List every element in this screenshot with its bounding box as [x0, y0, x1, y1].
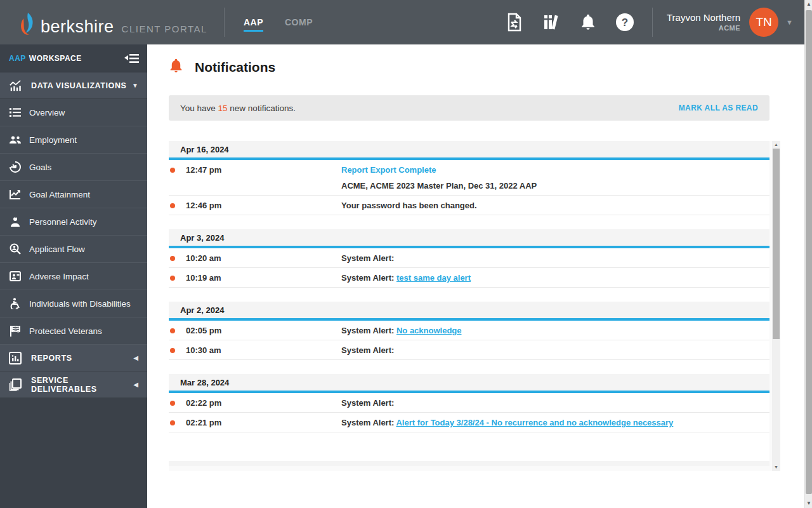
banner-text: You have 15 new notifications. [180, 104, 296, 113]
notification-row[interactable]: 12:46 pm Your password has been changed. [169, 196, 769, 215]
avatar[interactable]: TN [749, 8, 778, 37]
user-org: ACME [667, 23, 740, 33]
section-label: DATA VISUALIZATIONS [31, 81, 127, 90]
list-icon [9, 106, 22, 119]
user-name: Trayvon Northern [667, 11, 740, 23]
sidebar-item-label: Adverse Impact [29, 272, 89, 281]
notification-time: 10:19 am [175, 273, 341, 283]
unread-dot-icon [170, 348, 175, 353]
unread-dot-icon [170, 203, 175, 208]
notification-text: System Alert: [341, 398, 394, 408]
portal-label: CLIENT PORTAL [122, 23, 207, 34]
scroll-down-icon[interactable]: ▼ [805, 499, 812, 508]
chart-icon [9, 79, 22, 92]
notifications-bell-icon[interactable] [577, 11, 599, 33]
notification-time: 12:47 pm [175, 165, 341, 175]
portal-tabs: AAP COMP [244, 0, 313, 44]
scroll-up-icon[interactable]: ▲ [772, 141, 780, 149]
notification-content: Report Export Complete ACME, ACME 2023 M… [341, 165, 537, 190]
notifications-bell-title-icon [169, 57, 183, 77]
people-icon [9, 133, 22, 146]
sidebar-item-personnel-activity[interactable]: Personnel Activity [0, 208, 147, 236]
sidebar-section-service-deliverables[interactable]: SERVICE DELIVERABLES ◀ [0, 371, 147, 398]
page-scrollbar[interactable]: ▲ ▼ [804, 0, 812, 508]
scroll-down-icon[interactable]: ▼ [772, 464, 780, 471]
notification-text: System Alert: [341, 253, 394, 263]
sidebar-item-label: Goal Attainment [29, 190, 90, 199]
workspace-prefix: AAP [9, 54, 26, 63]
notification-row[interactable]: 10:19 am System Alert: test same day ale… [169, 268, 769, 288]
notification-time: 10:20 am [175, 253, 341, 263]
notification-group: Mar 28, 2024 02:22 pm System Alert: 02:2… [169, 374, 769, 432]
brand-logo[interactable]: berkshire CLIENT PORTAL [0, 8, 207, 37]
notification-row[interactable]: 02:21 pm System Alert: Alert for Today 3… [169, 413, 769, 432]
unread-dot-icon [170, 168, 175, 173]
notification-link[interactable]: No acknowledge [396, 326, 462, 335]
notification-row[interactable]: 02:22 pm System Alert: [169, 393, 769, 413]
sidebar-item-label: Applicant Flow [29, 244, 85, 254]
notification-time: 02:22 pm [175, 398, 341, 408]
person-star-icon [9, 215, 22, 228]
workspace-header: AAP WORKSPACE [0, 44, 147, 72]
sidebar-item-goals[interactable]: Goals [0, 154, 147, 181]
person-search-icon [9, 243, 22, 255]
notification-link[interactable]: test same day alert [396, 273, 471, 283]
notification-row[interactable]: 12:47 pm Report Export Complete ACME, AC… [169, 160, 769, 196]
notification-link[interactable]: Alert for Today 3/28/24 - No recurrence … [396, 418, 673, 427]
sidebar-item-applicant-flow[interactable]: Applicant Flow [0, 236, 147, 263]
tab-comp[interactable]: COMP [285, 0, 313, 44]
report-export-icon[interactable] [504, 11, 525, 33]
section-label: SERVICE DELIVERABLES [31, 376, 133, 394]
notification-row[interactable]: 10:20 am System Alert: [169, 248, 769, 268]
notification-content: System Alert: No acknowledge [341, 326, 462, 335]
sidebar-item-protected-veterans[interactable]: Protected Veterans [0, 318, 147, 345]
chevron-left-icon: ◀ [133, 381, 138, 388]
group-date-header: Mar 28, 2024 [169, 374, 769, 393]
notification-link[interactable]: Report Export Complete [341, 165, 436, 175]
sidebar-item-adverse-impact[interactable]: Adverse Impact [0, 263, 147, 290]
group-date-header: Apr 3, 2024 [169, 229, 769, 248]
new-count: 15 [218, 104, 228, 113]
group-date: Apr 16, 2024 [180, 145, 229, 154]
workspace-label: WORKSPACE [29, 54, 82, 63]
notification-content: System Alert: Alert for Today 3/28/24 - … [341, 418, 673, 427]
sidebar-item-employment[interactable]: Employment [0, 126, 147, 154]
tab-aap[interactable]: AAP [244, 0, 263, 44]
unread-dot-icon [170, 420, 175, 425]
section-label: REPORTS [31, 354, 72, 363]
scrollbar-thumb[interactable] [773, 149, 780, 339]
notification-list: Apr 16, 2024 12:47 pm Report Export Comp… [169, 141, 780, 471]
group-date-header: Apr 16, 2024 [169, 141, 769, 160]
notification-text: Your password has been changed. [341, 201, 477, 210]
library-icon[interactable] [540, 11, 562, 33]
notification-content: System Alert: test same day alert [341, 273, 471, 283]
svg-text:?: ? [622, 17, 628, 29]
sidebar-section-data-visualizations[interactable]: DATA VISUALIZATIONS ▼ [0, 72, 147, 99]
sidebar-item-individuals-with-disabilities[interactable]: Individuals with Disabilities [0, 290, 147, 318]
user-info[interactable]: Trayvon Northern ACME [667, 11, 740, 33]
group-date: Apr 3, 2024 [180, 233, 224, 243]
sidebar-item-goal-attainment[interactable]: Goal Attainment [0, 181, 147, 208]
user-menu-caret-icon[interactable]: ▼ [786, 18, 793, 26]
header-divider [224, 8, 225, 37]
list-scrollbar[interactable]: ▲ ▼ [772, 141, 780, 471]
sidebar-collapse-icon[interactable] [124, 53, 140, 64]
sidebar-section-reports[interactable]: REPORTS ◀ [0, 345, 147, 371]
notification-time: 12:46 pm [175, 201, 341, 210]
chevron-down-icon: ▼ [132, 82, 138, 89]
scroll-up-icon[interactable]: ▲ [805, 0, 812, 9]
notification-row[interactable]: 02:05 pm System Alert: No acknowledge [169, 321, 769, 340]
notification-row[interactable]: 10:30 am System Alert: [169, 340, 769, 360]
group-date: Mar 28, 2024 [180, 378, 229, 387]
page-title: Notifications [195, 60, 275, 75]
person-card-icon [9, 270, 22, 283]
wheelchair-icon [9, 297, 22, 310]
sidebar-item-label: Employment [29, 135, 77, 145]
sidebar-item-label: Overview [29, 108, 65, 117]
scrollbar-thumb[interactable] [806, 10, 812, 494]
help-icon[interactable]: ? [614, 11, 636, 33]
notification-text: System Alert: [341, 345, 394, 355]
sidebar-item-overview[interactable]: Overview [0, 99, 147, 126]
mark-all-as-read-button[interactable]: MARK ALL AS READ [679, 104, 758, 112]
notification-subtitle: ACME, ACME 2023 Master Plan, Dec 31, 202… [341, 181, 537, 190]
